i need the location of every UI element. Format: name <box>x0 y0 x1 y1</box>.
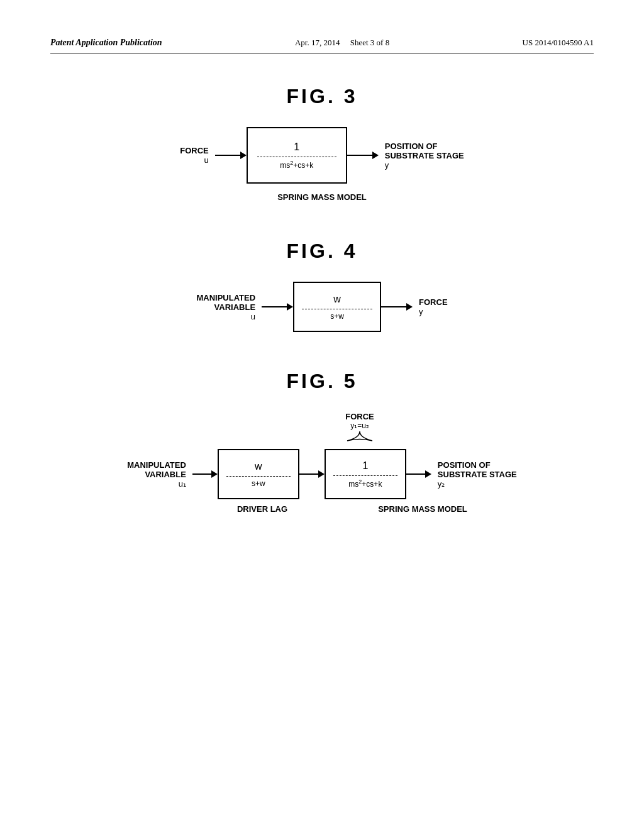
fig5-below-labels: DRIVER LAG SPRING MASS MODEL <box>133 504 511 514</box>
fig3-right-label: POSITION OF SUBSTRATE STAGE y <box>385 141 464 170</box>
fig3-y-label: y <box>385 160 464 170</box>
fig4-force-label: FORCE <box>419 297 448 307</box>
fig4-right-label: FORCE y <box>419 297 448 316</box>
fig3-left-label: FORCE u <box>180 146 209 165</box>
header-date-sheet: Apr. 17, 2014 Sheet 3 of 8 <box>295 38 389 48</box>
page-header: Patent Application Publication Apr. 17, … <box>50 38 594 53</box>
fig5-arrow-in <box>192 470 218 478</box>
fig5-box2: 1 ms2+cs+k <box>325 449 406 499</box>
fig5-box2-top: 1 <box>362 460 368 472</box>
fig5-spring-mass-label: SPRING MASS MODEL <box>372 504 473 514</box>
fig5-box1-bottom: s+w <box>252 479 265 488</box>
fig5-u1-label: u₁ <box>127 479 186 489</box>
fig5-diagram: MANIPULATED VARIABLE u₁ w s+w <box>127 449 517 499</box>
fig4-box-denominator: s+w <box>330 312 344 321</box>
fig5-box1-top: w <box>255 461 262 472</box>
figure-3-section: FIG. 3 FORCE u 1 ms2+cs+k <box>50 85 594 202</box>
fig5-driver-lag-label: DRIVER LAG <box>221 504 303 514</box>
fig5-position-label2: SUBSTRATE STAGE <box>438 470 517 479</box>
fig4-title: FIG. 4 <box>50 240 594 263</box>
fig5-y2-label: y₂ <box>438 479 517 489</box>
fig4-u-label: u <box>196 312 255 321</box>
fig5-box2-bottom: ms2+cs+k <box>348 479 382 489</box>
fig5-box2-dashed <box>333 475 398 476</box>
fig5-force-label-group: FORCE y₁=u₂ <box>335 412 385 446</box>
header-date: Apr. 17, 2014 <box>295 38 340 47</box>
fig5-position-label1: POSITION OF <box>438 460 517 470</box>
fig3-diagram: FORCE u 1 ms2+cs+k <box>180 127 464 184</box>
fig3-position-label1: POSITION OF <box>385 141 464 151</box>
page: Patent Application Publication Apr. 17, … <box>0 0 644 830</box>
fig4-block-box: w s+w <box>293 282 381 332</box>
fig4-manipulated-label2: VARIABLE <box>196 302 255 312</box>
fig3-spring-mass-label: SPRING MASS MODEL <box>277 192 367 202</box>
figure-4-section: FIG. 4 MANIPULATED VARIABLE u w <box>50 240 594 332</box>
fig4-dashed-divider <box>302 309 372 309</box>
fig5-arrow-out <box>406 470 431 478</box>
fig3-position-label2: SUBSTRATE STAGE <box>385 151 464 160</box>
fig3-arrow-in <box>215 152 247 159</box>
fig4-y-label: y <box>419 307 448 316</box>
fig3-dashed-divider <box>257 157 336 157</box>
fig5-brace-svg <box>335 431 385 444</box>
fig3-box-numerator: 1 <box>294 141 299 153</box>
fig3-u-label: u <box>180 155 209 165</box>
fig4-arrow-out <box>381 303 413 311</box>
figure-5-section: FIG. 5 FORCE y₁=u₂ <box>50 370 594 514</box>
fig4-box-numerator: w <box>333 294 341 305</box>
fig5-manip-label2: VARIABLE <box>127 470 186 479</box>
fig3-block-box: 1 ms2+cs+k <box>247 127 347 184</box>
fig4-diagram: MANIPULATED VARIABLE u w s+w <box>196 282 447 332</box>
fig5-force-sub: y₁=u₂ <box>335 421 385 430</box>
fig5-force-area: FORCE y₁=u₂ <box>50 412 594 446</box>
fig3-title: FIG. 3 <box>50 85 594 108</box>
header-patent-number: US 2014/0104590 A1 <box>523 38 594 48</box>
fig4-left-label: MANIPULATED VARIABLE u <box>196 293 255 321</box>
fig3-box-denominator: ms2+cs+k <box>280 160 313 170</box>
fig4-arrow-in <box>262 303 293 311</box>
fig5-title: FIG. 5 <box>50 370 594 393</box>
fig5-force-text: FORCE <box>335 412 385 421</box>
fig5-brace <box>335 431 385 446</box>
fig5-right-label: POSITION OF SUBSTRATE STAGE y₂ <box>438 460 517 489</box>
header-publication-label: Patent Application Publication <box>50 38 162 48</box>
fig5-left-label: MANIPULATED VARIABLE u₁ <box>127 460 186 489</box>
fig5-box1-dashed <box>226 476 291 477</box>
fig5-manip-label1: MANIPULATED <box>127 460 186 470</box>
fig5-box1: w s+w <box>218 449 299 499</box>
header-sheet: Sheet 3 of 8 <box>350 38 389 47</box>
fig4-manipulated-label1: MANIPULATED <box>196 293 255 302</box>
fig3-arrow-out <box>347 152 379 159</box>
fig3-force-label: FORCE <box>180 146 209 155</box>
fig5-arrow-mid <box>299 470 325 478</box>
